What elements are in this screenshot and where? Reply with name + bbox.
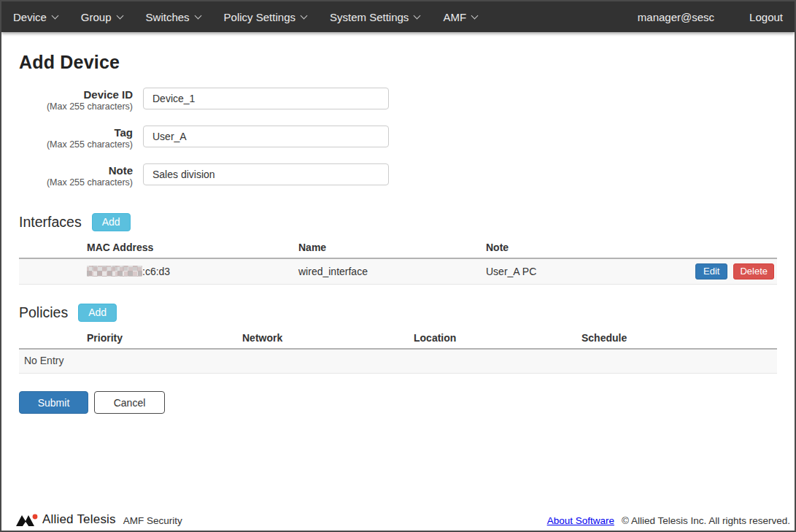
interface-mac-cell: :c6:d3: [87, 266, 298, 277]
chevron-down-icon: [194, 12, 201, 19]
nav-menu-amf[interactable]: AMF: [443, 11, 477, 23]
tag-label: Tag: [19, 126, 133, 139]
interfaces-section-title: Interfaces: [19, 214, 82, 231]
nav-menu-device-label: Device: [13, 11, 47, 23]
top-navbar: Device Group Switches Policy Settings Sy…: [1, 1, 795, 32]
device-id-field[interactable]: [143, 88, 389, 109]
nav-menu-system-settings-label: System Settings: [330, 11, 409, 23]
form-row-note: Note (Max 255 characters): [19, 163, 777, 188]
col-mac-address: MAC Address: [87, 242, 298, 253]
policies-section-title: Policies: [19, 304, 68, 321]
form-row-tag: Tag (Max 255 characters): [19, 126, 777, 150]
chevron-down-icon: [116, 12, 123, 19]
tag-hint: (Max 255 characters): [19, 139, 133, 150]
chevron-down-icon: [414, 12, 421, 19]
policies-table: Priority Network Location Schedule No En…: [19, 332, 777, 374]
note-label: Note: [19, 164, 133, 177]
nav-menu-switches-label: Switches: [146, 11, 190, 23]
about-software-link[interactable]: About Software: [547, 515, 614, 527]
nav-menu-policy-settings[interactable]: Policy Settings: [224, 11, 306, 23]
chevron-down-icon: [301, 12, 308, 19]
policies-add-button[interactable]: Add: [78, 304, 117, 322]
cancel-button[interactable]: Cancel: [94, 391, 165, 414]
nav-menu-group-label: Group: [81, 11, 112, 23]
interfaces-table-header: MAC Address Name Note: [19, 242, 777, 259]
tag-field[interactable]: [143, 126, 389, 147]
policies-empty-row: No Entry: [19, 350, 777, 374]
interface-edit-button[interactable]: Edit: [695, 263, 727, 280]
col-name: Name: [298, 242, 486, 253]
nav-menu-system-settings[interactable]: System Settings: [330, 11, 420, 23]
interface-name-cell: wired_interface: [298, 266, 486, 277]
note-field[interactable]: [143, 163, 389, 185]
submit-button[interactable]: Submit: [19, 391, 88, 414]
nav-menu-device[interactable]: Device: [13, 11, 58, 23]
logged-in-user: manager@sesc: [638, 11, 714, 23]
col-priority: Priority: [87, 332, 242, 344]
app-window: Device Group Switches Policy Settings Sy…: [0, 0, 796, 532]
interfaces-table: MAC Address Name Note :c6:d3 wired_inter…: [19, 242, 777, 285]
nav-menu-amf-label: AMF: [443, 11, 466, 23]
nav-menu-group[interactable]: Group: [81, 11, 123, 23]
page-title: Add Device: [19, 52, 777, 73]
policies-table-header: Priority Network Location Schedule: [19, 332, 777, 350]
interface-delete-button[interactable]: Delete: [733, 263, 774, 280]
form-row-device-id: Device ID (Max 255 characters): [19, 88, 777, 112]
col-network: Network: [242, 332, 414, 344]
interface-note-cell: User_A PC: [486, 266, 695, 277]
col-note: Note: [486, 242, 777, 253]
device-id-label: Device ID: [19, 88, 133, 101]
allied-telesis-brand: Allied Telesis: [16, 512, 116, 527]
nav-menu-policy-settings-label: Policy Settings: [224, 11, 295, 23]
redacted-mac-block: [87, 266, 142, 277]
interfaces-add-button[interactable]: Add: [92, 213, 131, 231]
add-device-form: Device ID (Max 255 characters) Tag (Max …: [19, 88, 777, 188]
chevron-down-icon: [51, 12, 58, 19]
brand-name: Allied Telesis: [42, 512, 116, 527]
allied-telesis-logo: [16, 513, 38, 527]
col-location: Location: [414, 332, 581, 344]
copyright-text: © Allied Telesis Inc. All rights reserve…: [622, 515, 790, 527]
nav-menu-switches[interactable]: Switches: [146, 11, 201, 23]
footer: Allied Telesis AMF Security About Softwa…: [1, 509, 795, 531]
logout-button[interactable]: Logout: [749, 11, 783, 23]
interface-table-row: :c6:d3 wired_interface User_A PC Edit De…: [19, 259, 777, 285]
col-schedule: Schedule: [581, 332, 777, 344]
product-name: AMF Security: [123, 515, 182, 527]
device-id-hint: (Max 255 characters): [19, 101, 133, 112]
note-hint: (Max 255 characters): [19, 177, 133, 188]
chevron-down-icon: [471, 12, 479, 19]
